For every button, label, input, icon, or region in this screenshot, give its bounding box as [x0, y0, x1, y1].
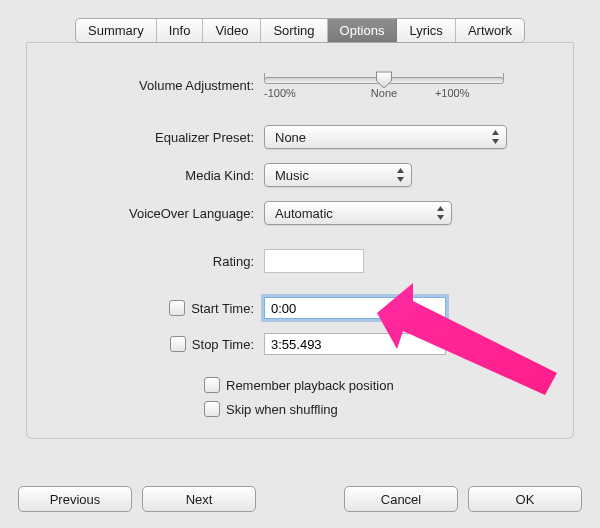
skip-shuffling-checkbox[interactable] — [204, 401, 220, 417]
tab-video[interactable]: Video — [203, 19, 261, 42]
rating-label: Rating: — [49, 254, 264, 269]
next-button[interactable]: Next — [142, 486, 256, 512]
tab-sorting[interactable]: Sorting — [261, 19, 327, 42]
ok-button[interactable]: OK — [468, 486, 582, 512]
remember-position-checkbox[interactable] — [204, 377, 220, 393]
voiceover-language-value: Automatic — [275, 206, 333, 221]
stop-time-label: Stop Time: — [192, 337, 254, 352]
options-panel: Volume Adjustment: -100% None +100% — [26, 43, 574, 439]
remember-position-label: Remember playback position — [226, 378, 394, 393]
equalizer-preset-value: None — [275, 130, 306, 145]
media-kind-value: Music — [275, 168, 309, 183]
equalizer-preset-select[interactable]: None — [264, 125, 507, 149]
stop-time-checkbox[interactable] — [170, 336, 186, 352]
volume-slider[interactable]: -100% None +100% — [264, 71, 504, 99]
tab-summary[interactable]: Summary — [76, 19, 157, 42]
chevron-updown-icon — [436, 206, 445, 220]
song-options-dialog: SummaryInfoVideoSortingOptionsLyricsArtw… — [0, 0, 600, 528]
tab-lyrics[interactable]: Lyrics — [397, 19, 455, 42]
chevron-updown-icon — [396, 168, 405, 182]
voiceover-language-select[interactable]: Automatic — [264, 201, 452, 225]
previous-button[interactable]: Previous — [18, 486, 132, 512]
slider-mid-label: None — [371, 87, 397, 99]
rating-field[interactable] — [264, 249, 364, 273]
equalizer-label: Equalizer Preset: — [49, 130, 264, 145]
cancel-button[interactable]: Cancel — [344, 486, 458, 512]
volume-label: Volume Adjustment: — [49, 78, 264, 93]
tab-info[interactable]: Info — [157, 19, 204, 42]
stop-time-field[interactable] — [264, 333, 446, 355]
media-kind-label: Media Kind: — [49, 168, 264, 183]
dialog-button-bar: Previous Next Cancel OK — [18, 486, 582, 512]
slider-max-label: +100% — [435, 87, 470, 99]
skip-shuffling-label: Skip when shuffling — [226, 402, 338, 417]
chevron-updown-icon — [491, 130, 500, 144]
start-time-field[interactable] — [264, 297, 446, 319]
voiceover-label: VoiceOver Language: — [49, 206, 264, 221]
slider-min-label: -100% — [264, 87, 296, 99]
tab-bar: SummaryInfoVideoSortingOptionsLyricsArtw… — [0, 0, 600, 43]
start-time-checkbox[interactable] — [169, 300, 185, 316]
tab-options[interactable]: Options — [328, 19, 398, 42]
tab-artwork[interactable]: Artwork — [456, 19, 524, 42]
start-time-label: Start Time: — [191, 301, 254, 316]
media-kind-select[interactable]: Music — [264, 163, 412, 187]
